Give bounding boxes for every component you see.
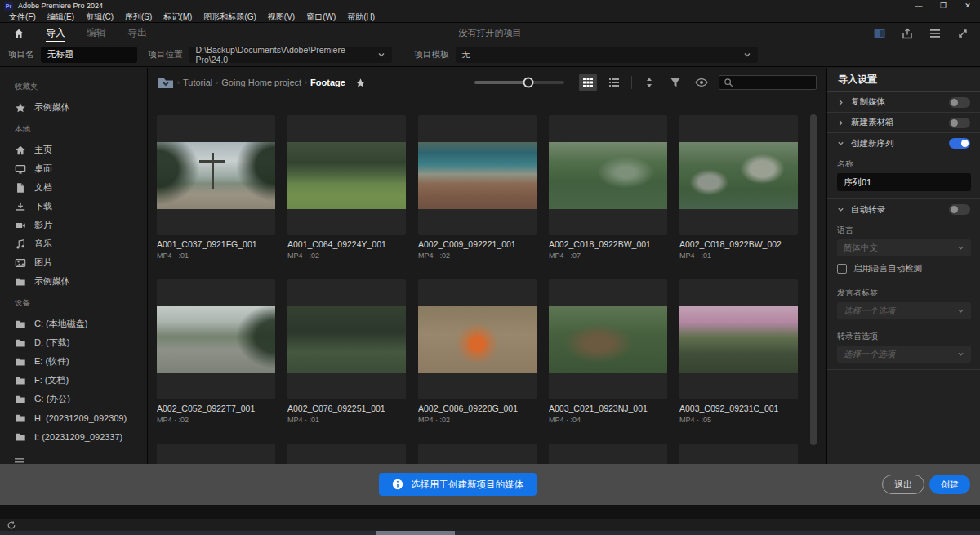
fullscreen-icon[interactable]	[957, 28, 969, 39]
transcribe-prefs-select[interactable]: 选择一个选项	[837, 346, 971, 363]
list-view-button[interactable]	[605, 74, 623, 91]
auto-transcribe-toggle[interactable]	[949, 204, 970, 215]
menu-clip[interactable]: 剪辑(C)	[80, 11, 119, 23]
minimize-button[interactable]: —	[906, 0, 931, 11]
maximize-button[interactable]: ❐	[931, 0, 956, 11]
auto-detect-checkbox[interactable]	[837, 264, 847, 274]
breadcrumb-item[interactable]: Tutorial	[183, 78, 212, 87]
chevron-down-icon	[377, 51, 385, 59]
media-tile-partial[interactable]	[549, 444, 667, 466]
filter-button[interactable]	[666, 74, 684, 91]
search-box[interactable]	[719, 75, 817, 90]
sidebar-item-drive-f[interactable]: F: (文档)	[0, 371, 147, 390]
clip-name: A002_C086_09220G_001	[418, 403, 537, 413]
panel-icon[interactable]	[874, 29, 885, 38]
menu-view[interactable]: 视图(V)	[262, 11, 301, 23]
new-bin-row[interactable]: 新建素材箱	[827, 113, 980, 133]
menu-edit[interactable]: 编辑(E)	[42, 11, 80, 23]
create-button[interactable]: 创建	[929, 475, 970, 494]
clip-meta: MP4 · :02	[287, 252, 406, 260]
favorite-star-icon[interactable]	[355, 78, 366, 88]
bottom-scrollbar-thumb[interactable]	[376, 531, 455, 535]
breadcrumb-item[interactable]: Going Home project	[221, 78, 301, 87]
sidebar-overflow-icon[interactable]	[15, 457, 24, 464]
locations-sidebar: 收藏夹 示例媒体 本地 主页 桌面 文档 下载 影片 音乐 图片 示例媒体 设备…	[0, 68, 148, 519]
sidebar-item-documents[interactable]: 文档	[0, 178, 147, 197]
preview-eye-button[interactable]	[693, 74, 710, 91]
slider-knob[interactable]	[523, 78, 534, 88]
tab-import[interactable]: 导入	[46, 24, 65, 42]
section-local: 本地	[0, 117, 147, 140]
sidebar-item-desktop[interactable]: 桌面	[0, 159, 147, 178]
sidebar-item-drive-d[interactable]: D: (下载)	[0, 333, 147, 352]
language-select[interactable]: 简体中文	[837, 239, 971, 256]
media-tile[interactable]: A002_C052_0922T7_001MP4 · :02	[157, 279, 275, 444]
media-tile[interactable]: A002_C018_0922BW_002MP4 · :01	[679, 115, 798, 279]
menu-file[interactable]: 文件(F)	[3, 11, 42, 23]
sort-button[interactable]	[640, 74, 658, 91]
menu-help[interactable]: 帮助(H)	[341, 11, 381, 23]
sidebar-item-home[interactable]: 主页	[0, 140, 147, 159]
thumbnail-size-slider[interactable]	[474, 81, 564, 84]
media-tile-partial[interactable]	[287, 444, 406, 466]
media-tile[interactable]: A002_C086_09220G_001MP4 · :02	[418, 279, 537, 444]
project-template-select[interactable]: 无	[456, 47, 758, 63]
exit-button[interactable]: 退出	[882, 475, 924, 494]
menu-sequence[interactable]: 序列(S)	[119, 11, 158, 23]
new-bin-toggle[interactable]	[949, 118, 970, 128]
menu-markers[interactable]: 标记(M)	[158, 11, 198, 23]
sequence-name-input[interactable]	[837, 173, 971, 191]
create-sequence-row[interactable]: 创建新序列	[827, 133, 980, 154]
media-tile[interactable]: A001_C037_0921FG_001MP4 · :01	[157, 115, 275, 279]
sidebar-item-movies[interactable]: 影片	[0, 216, 147, 234]
breadcrumb-item-current[interactable]: Footage	[310, 78, 345, 87]
sidebar-item-music[interactable]: 音乐	[0, 234, 147, 253]
create-sequence-toggle[interactable]	[949, 138, 970, 149]
project-location-select[interactable]: D:\Backup\Documents\Adobe\Premiere Pro\2…	[189, 47, 392, 63]
grid-view-button[interactable]	[579, 74, 597, 91]
media-tile[interactable]: A003_C092_09231C_001MP4 · :05	[679, 279, 798, 444]
sidebar-item-pictures[interactable]: 图片	[0, 253, 147, 272]
close-button[interactable]: ✕	[956, 0, 980, 11]
sidebar-item-drive-i[interactable]: I: (20231209_092337)	[0, 427, 147, 446]
sidebar-item-drive-h[interactable]: H: (20231209_092309)	[0, 408, 147, 427]
folder-dropdown-icon[interactable]	[158, 77, 174, 89]
speaker-select[interactable]: 选择一个选项	[837, 302, 971, 319]
media-tile-partial[interactable]	[418, 444, 537, 466]
search-input[interactable]	[737, 78, 812, 87]
home-icon[interactable]	[13, 28, 24, 39]
media-tile[interactable]: A002_C009_092221_001MP4 · :02	[418, 115, 537, 279]
clip-name: A002_C009_092221_001	[418, 239, 537, 249]
sidebar-item-label: 文档	[34, 181, 52, 194]
sidebar-item-drive-e[interactable]: E: (软件)	[0, 352, 147, 371]
sidebar-item-drive-g[interactable]: G: (办公)	[0, 390, 147, 408]
video-thumbnail	[418, 306, 537, 373]
tab-edit[interactable]: 编辑	[87, 24, 106, 42]
media-tile[interactable]: A001_C064_09224Y_001MP4 · :02	[287, 115, 406, 279]
copy-media-row[interactable]: 复制媒体	[827, 92, 980, 113]
menu-graphics[interactable]: 图形和标题(G)	[198, 11, 261, 23]
bottom-scrollbar-track[interactable]	[0, 531, 980, 535]
media-tile[interactable]: A003_C021_0923NJ_001MP4 · :04	[549, 279, 667, 444]
search-icon	[724, 78, 733, 87]
project-name-input[interactable]	[41, 47, 137, 63]
sidebar-item-drive-c[interactable]: C: (本地磁盘)	[0, 314, 147, 333]
sync-icon[interactable]	[7, 520, 16, 530]
share-icon[interactable]	[902, 28, 913, 39]
menu-window[interactable]: 窗口(W)	[301, 11, 341, 23]
video-card	[418, 279, 537, 399]
media-tile[interactable]: A002_C018_0922BW_001MP4 · :07	[549, 115, 667, 279]
media-tile-partial[interactable]	[679, 444, 798, 466]
vertical-scrollbar[interactable]	[810, 114, 817, 445]
media-tile-partial[interactable]	[157, 444, 275, 466]
media-tile[interactable]: A002_C076_092251_001MP4 · :01	[287, 279, 406, 444]
sidebar-item-sample-media[interactable]: 示例媒体	[0, 272, 147, 291]
workspaces-icon[interactable]	[929, 28, 941, 39]
auto-detect-row[interactable]: 启用语言自动检测	[837, 263, 970, 274]
auto-transcribe-row[interactable]: 自动转录	[827, 199, 980, 220]
sidebar-item-downloads[interactable]: 下载	[0, 197, 147, 216]
sidebar-item-sample-media-fav[interactable]: 示例媒体	[0, 98, 147, 117]
copy-media-toggle[interactable]	[949, 97, 970, 108]
tab-export[interactable]: 导出	[127, 24, 147, 42]
window-titlebar: Pr Adobe Premiere Pro 2024 — ❐ ✕	[0, 0, 980, 11]
